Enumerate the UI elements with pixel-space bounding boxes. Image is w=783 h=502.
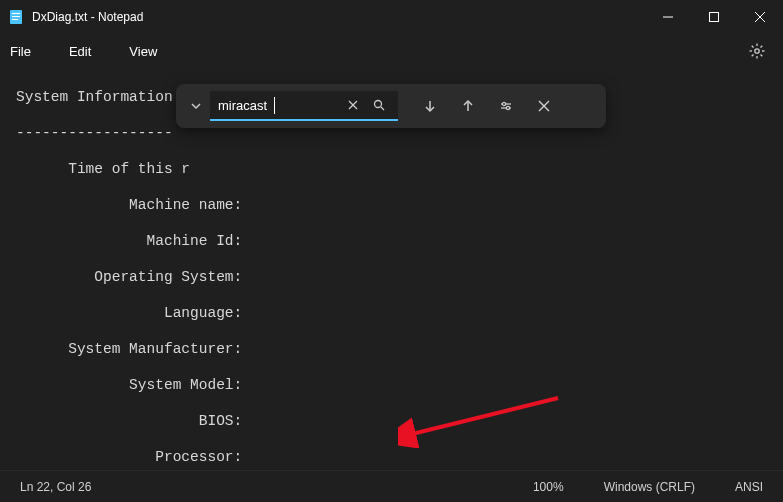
find-next-button[interactable] — [412, 91, 448, 121]
chevron-down-icon — [190, 100, 202, 112]
menubar: File Edit View — [0, 34, 783, 68]
notepad-icon — [8, 9, 24, 25]
text-line: System Manufacturer: — [16, 340, 783, 358]
status-zoom[interactable]: 100% — [533, 480, 564, 494]
svg-point-8 — [755, 49, 759, 53]
status-encoding[interactable]: ANSI — [735, 480, 763, 494]
sliders-icon — [499, 99, 513, 113]
svg-point-24 — [502, 102, 505, 105]
text-line: System Model: — [16, 376, 783, 394]
svg-line-15 — [761, 46, 763, 48]
text-line: Machine name: — [16, 196, 783, 214]
text-editor[interactable]: System Information ------------------ Ti… — [0, 70, 783, 470]
find-options-button[interactable] — [488, 91, 524, 121]
minimize-button[interactable] — [645, 0, 691, 34]
svg-point-19 — [375, 101, 382, 108]
text-line: BIOS: — [16, 412, 783, 430]
arrow-up-icon — [461, 99, 475, 113]
close-button[interactable] — [737, 0, 783, 34]
arrow-down-icon — [423, 99, 437, 113]
find-expand-button[interactable] — [184, 92, 208, 120]
find-prev-button[interactable] — [450, 91, 486, 121]
text-line: Machine Id: — [16, 232, 783, 250]
find-clear-button[interactable] — [340, 90, 366, 120]
settings-button[interactable] — [737, 34, 777, 68]
gear-icon — [749, 43, 765, 59]
svg-line-20 — [381, 107, 384, 110]
window-title: DxDiag.txt - Notepad — [32, 10, 143, 24]
text-line: Processor: — [16, 448, 783, 466]
window-controls — [645, 0, 783, 34]
close-icon — [348, 100, 358, 110]
maximize-button[interactable] — [691, 0, 737, 34]
svg-point-26 — [506, 106, 509, 109]
text-caret — [274, 97, 275, 114]
find-close-button[interactable] — [526, 91, 562, 121]
svg-rect-5 — [710, 13, 719, 22]
svg-line-14 — [761, 55, 763, 57]
menu-edit[interactable]: Edit — [69, 44, 91, 59]
titlebar: DxDiag.txt - Notepad — [0, 0, 783, 34]
svg-rect-3 — [12, 19, 18, 20]
menu-view[interactable]: View — [129, 44, 157, 59]
statusbar: Ln 22, Col 26 100% Windows (CRLF) ANSI — [0, 470, 783, 502]
find-bar — [176, 84, 606, 128]
find-input-wrap — [210, 91, 398, 121]
svg-rect-1 — [12, 13, 20, 14]
svg-rect-2 — [12, 16, 20, 17]
text-line: Time of this r — [16, 160, 783, 178]
find-input[interactable] — [210, 98, 340, 113]
menu-file[interactable]: File — [10, 44, 31, 59]
svg-line-13 — [752, 46, 754, 48]
text-line: Language: — [16, 304, 783, 322]
find-execute-button[interactable] — [366, 90, 392, 120]
status-position: Ln 22, Col 26 — [20, 480, 91, 494]
text-line: Operating System: — [16, 268, 783, 286]
svg-line-16 — [752, 55, 754, 57]
close-icon — [538, 100, 550, 112]
search-icon — [373, 99, 385, 111]
status-line-ending[interactable]: Windows (CRLF) — [604, 480, 695, 494]
